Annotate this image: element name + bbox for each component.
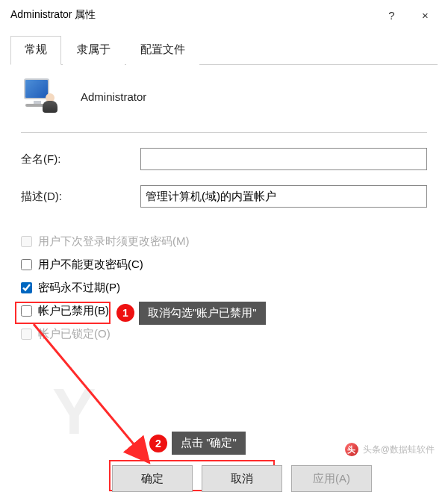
- close-button[interactable]: ×: [408, 4, 442, 26]
- tab-general[interactable]: 常规: [10, 36, 61, 65]
- help-button[interactable]: ?: [375, 4, 408, 26]
- apply-button: 应用(A): [291, 465, 372, 492]
- checkbox-disabled[interactable]: [21, 305, 32, 317]
- titlebar: Administrator 属性 ? ×: [0, 0, 448, 30]
- tab-content: Administrator 全名(F): 描述(D): 用户下次登录时须更改密码…: [0, 65, 448, 341]
- checkbox-mustchange: [21, 236, 32, 247]
- checkbox-cantchange[interactable]: [21, 259, 32, 270]
- check-mustchange-label: 用户下次登录时须更改密码(M): [38, 234, 190, 249]
- callout-badge-1: 1: [116, 304, 134, 322]
- row-description: 描述(D):: [21, 185, 427, 208]
- window-title: Administrator 属性: [10, 8, 375, 22]
- check-cantchange-label: 用户不能更改密码(C): [38, 258, 143, 272]
- watermark: Y: [52, 373, 96, 449]
- user-header: Administrator: [21, 72, 427, 133]
- checkbox-locked: [21, 329, 32, 340]
- check-mustchange: 用户下次登录时须更改密码(M): [21, 234, 427, 249]
- footer-credit-text: 头条@数据蛙软件: [363, 444, 435, 456]
- user-icon: [21, 78, 58, 114]
- callout-badge-2: 2: [149, 435, 167, 452]
- checkbox-neverexpire[interactable]: [21, 282, 32, 293]
- check-locked-label: 帐户已锁定(O): [38, 327, 111, 341]
- ok-button[interactable]: 确定: [112, 465, 193, 492]
- row-fullname: 全名(F):: [21, 148, 427, 170]
- fullname-input[interactable]: [140, 148, 427, 170]
- description-input[interactable]: [140, 185, 427, 208]
- check-disabled-label: 帐户已禁用(B): [38, 304, 109, 318]
- dialog-buttons: 确定 取消 应用(A): [112, 465, 372, 492]
- tabs: 常规 隶属于 配置文件: [10, 36, 438, 65]
- check-cantchange[interactable]: 用户不能更改密码(C): [21, 258, 427, 272]
- description-label: 描述(D):: [21, 190, 140, 204]
- check-neverexpire-label: 密码永不过期(P): [38, 281, 120, 295]
- checkbox-group: 用户下次登录时须更改密码(M) 用户不能更改密码(C) 密码永不过期(P) 帐户…: [21, 234, 427, 341]
- cancel-button[interactable]: 取消: [202, 465, 282, 492]
- footer-icon: 头: [345, 443, 358, 456]
- callout-text-1: 取消勾选"账户已禁用": [139, 302, 266, 325]
- footer-credit: 头 头条@数据蛙软件: [345, 443, 435, 456]
- callout-text-2: 点击 "确定": [172, 432, 246, 455]
- check-locked: 帐户已锁定(O): [21, 327, 427, 341]
- tab-profile[interactable]: 配置文件: [126, 36, 199, 65]
- tab-member[interactable]: 隶属于: [63, 36, 125, 65]
- fullname-label: 全名(F):: [21, 152, 140, 167]
- svg-line-0: [34, 324, 142, 454]
- check-neverexpire[interactable]: 密码永不过期(P): [21, 281, 427, 295]
- username-label: Administrator: [81, 90, 146, 103]
